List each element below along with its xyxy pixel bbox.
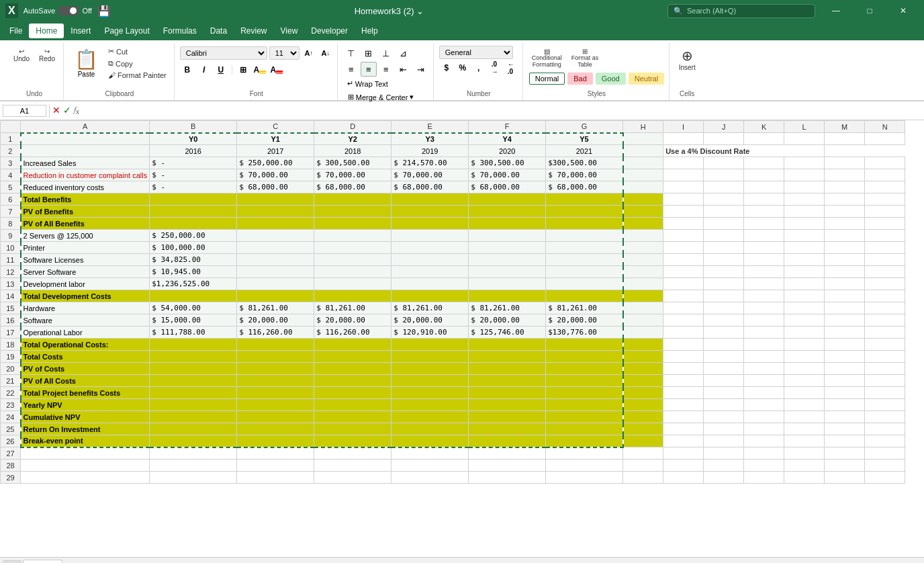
menu-insert[interactable]: Insert <box>64 24 97 38</box>
cell-G2[interactable]: 2021 <box>546 145 623 157</box>
row-header-3[interactable]: 3 <box>1 157 21 169</box>
cell-K17[interactable] <box>744 327 784 339</box>
cell-D23[interactable] <box>314 399 391 411</box>
cell-H25[interactable] <box>623 423 663 435</box>
cell-A23[interactable]: Yearly NPV <box>21 399 150 411</box>
cell-M5[interactable] <box>825 181 865 193</box>
cell-K25[interactable] <box>744 423 784 435</box>
cell-H15[interactable] <box>623 302 663 314</box>
cell-K24[interactable] <box>744 411 784 423</box>
cell-E17[interactable]: $ 120,910.00 <box>391 327 469 339</box>
cell-M9[interactable] <box>825 230 865 242</box>
cell-F17[interactable]: $ 125,746.00 <box>469 327 546 339</box>
cell-M29[interactable] <box>825 472 865 484</box>
col-header-m[interactable]: M <box>825 121 865 133</box>
redo-button[interactable]: ↪ Redo <box>35 46 59 64</box>
cell-M10[interactable] <box>825 242 865 254</box>
cell-H12[interactable] <box>623 266 663 278</box>
cell-C20[interactable] <box>237 363 314 375</box>
cell-A13[interactable]: Development labor <box>21 278 150 290</box>
cell-F4[interactable]: $ 70,000.00 <box>469 169 546 181</box>
cell-G8[interactable] <box>546 218 623 230</box>
cell-L15[interactable] <box>784 302 825 314</box>
cell-N13[interactable] <box>865 278 905 290</box>
cell-B24[interactable] <box>150 411 237 423</box>
cell-C15[interactable]: $ 81,261.00 <box>237 302 314 314</box>
sheet-tab-1[interactable]: Sheet1 <box>23 560 62 563</box>
cell-N14[interactable] <box>865 290 905 302</box>
cell-H23[interactable] <box>623 399 663 411</box>
cell-N11[interactable] <box>865 254 905 266</box>
cell-B29[interactable] <box>150 472 237 484</box>
cell-D14[interactable] <box>314 290 391 302</box>
cell-G28[interactable] <box>546 460 623 472</box>
cell-E19[interactable] <box>391 351 469 363</box>
cell-F6[interactable] <box>469 193 546 206</box>
wrap-text-button[interactable]: ↵ Wrap Text <box>343 78 429 89</box>
cell-I23[interactable] <box>663 399 704 411</box>
cell-H9[interactable] <box>623 230 663 242</box>
cell-K16[interactable] <box>744 314 784 327</box>
cell-K10[interactable] <box>744 242 784 254</box>
col-header-b[interactable]: B <box>150 121 237 133</box>
cell-I19[interactable] <box>663 351 704 363</box>
cell-F9[interactable] <box>469 230 546 242</box>
cell-C19[interactable] <box>237 351 314 363</box>
col-header-n[interactable]: N <box>865 121 905 133</box>
cell-D26[interactable] <box>314 435 391 447</box>
cell-D5[interactable]: $ 68,000.00 <box>314 181 391 193</box>
cell-A2[interactable] <box>21 145 150 157</box>
indent-increase-button[interactable]: ⇥ <box>413 62 429 77</box>
cell-C21[interactable] <box>237 375 314 387</box>
cell-G16[interactable]: $ 20,000.00 <box>546 314 623 327</box>
cell-K20[interactable] <box>744 363 784 375</box>
cell-A6[interactable]: Total Benefits <box>21 193 150 206</box>
cell-D3[interactable]: $ 300,500.00 <box>314 157 391 169</box>
cell-B3[interactable]: $ - <box>150 157 237 169</box>
cell-M27[interactable] <box>825 447 865 460</box>
row-header-7[interactable]: 7 <box>1 206 21 218</box>
menu-review[interactable]: Review <box>234 24 273 38</box>
cell-M11[interactable] <box>825 254 865 266</box>
cell-G9[interactable] <box>546 230 623 242</box>
cell-D21[interactable] <box>314 375 391 387</box>
cell-F16[interactable]: $ 20,000.00 <box>469 314 546 327</box>
cell-F3[interactable]: $ 300,500.00 <box>469 157 546 169</box>
cell-M14[interactable] <box>825 290 865 302</box>
cell-L20[interactable] <box>784 363 825 375</box>
cell-G27[interactable] <box>546 447 623 460</box>
cell-J6[interactable] <box>704 193 744 206</box>
cell-A11[interactable]: Software Licenses <box>21 254 150 266</box>
cell-F5[interactable]: $ 68,000.00 <box>469 181 546 193</box>
cell-M21[interactable] <box>825 375 865 387</box>
cell-J1[interactable] <box>704 133 744 145</box>
cut-button[interactable]: ✂ Cut <box>105 46 170 57</box>
cell-N7[interactable] <box>865 206 905 218</box>
cell-G1[interactable]: Y5 <box>546 133 623 145</box>
cell-H7[interactable] <box>623 206 663 218</box>
format-as-table-button[interactable]: ⊞ Format asTable <box>568 46 602 71</box>
cell-B2[interactable]: 2016 <box>150 145 237 157</box>
cell-J20[interactable] <box>704 363 744 375</box>
cell-H10[interactable] <box>623 242 663 254</box>
cell-C8[interactable] <box>237 218 314 230</box>
cell-E1[interactable]: Y3 <box>391 133 469 145</box>
cell-B16[interactable]: $ 15,000.00 <box>150 314 237 327</box>
cell-C13[interactable] <box>237 278 314 290</box>
menu-formulas[interactable]: Formulas <box>156 24 203 38</box>
cell-I29[interactable] <box>663 472 704 484</box>
cell-I10[interactable] <box>663 242 704 254</box>
cell-A5[interactable]: Reduced inventory costs <box>21 181 150 193</box>
cell-L16[interactable] <box>784 314 825 327</box>
cell-M15[interactable] <box>825 302 865 314</box>
cell-L1[interactable] <box>784 133 825 145</box>
cell-B21[interactable] <box>150 375 237 387</box>
cell-H4[interactable] <box>623 169 663 181</box>
cell-D4[interactable]: $ 70,000.00 <box>314 169 391 181</box>
cell-E10[interactable] <box>391 242 469 254</box>
cell-N24[interactable] <box>865 411 905 423</box>
cell-H22[interactable] <box>623 387 663 399</box>
cell-N27[interactable] <box>865 447 905 460</box>
cell-C28[interactable] <box>237 460 314 472</box>
cell-J12[interactable] <box>704 266 744 278</box>
